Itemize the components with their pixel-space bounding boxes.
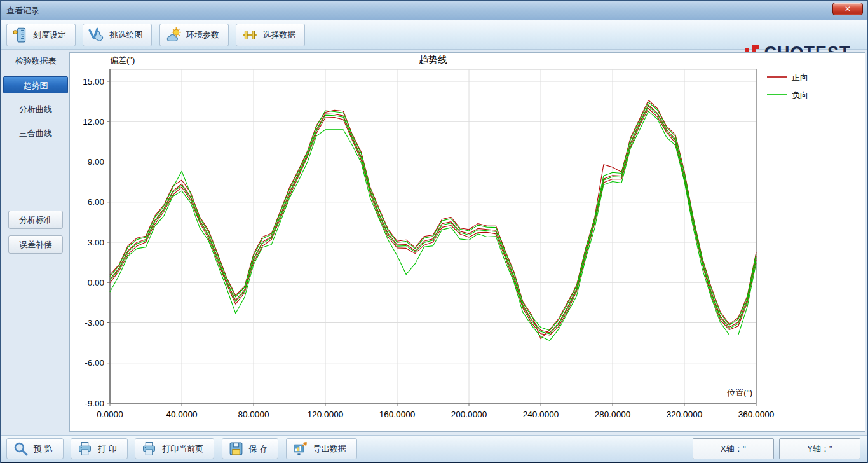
close-button[interactable]: ✕ [832, 3, 863, 15]
svg-text:-3.00: -3.00 [85, 318, 104, 328]
svg-text:负向: 负向 [792, 90, 808, 100]
select-data-button[interactable]: 选择数据 [236, 24, 305, 46]
sidebar-item-analysis-curve[interactable]: 分析曲线 [3, 100, 68, 118]
environment-icon [165, 27, 182, 43]
print-current-page-button[interactable]: 打印当前页 [135, 438, 214, 459]
save-icon [228, 441, 244, 457]
svg-text:360.0000: 360.0000 [738, 410, 774, 419]
svg-text:0.0000: 0.0000 [97, 410, 123, 419]
select-data-label: 选择数据 [262, 29, 295, 41]
export-data-label: 导出数据 [313, 443, 346, 455]
preview-icon [13, 441, 29, 457]
svg-text:-9.00: -9.00 [85, 399, 104, 408]
analysis-standard-button[interactable]: 分析标准 [8, 211, 63, 229]
svg-text:200.0000: 200.0000 [451, 410, 487, 419]
x-axis-unit-button[interactable]: X轴：° [693, 438, 774, 459]
scale-settings-label: 刻度设定 [33, 29, 66, 41]
svg-text:40.0000: 40.0000 [166, 410, 198, 419]
svg-text:9.00: 9.00 [88, 157, 104, 167]
scale-settings-button[interactable]: 刻度设定 [6, 24, 76, 46]
svg-text:160.0000: 160.0000 [379, 410, 415, 419]
export-data-button[interactable]: 导出数据 [286, 438, 357, 459]
sidebar: 检验数据表 趋势图 分析曲线 三合曲线 分析标准 误差补偿 [3, 52, 68, 432]
save-label: 保 存 [249, 443, 268, 455]
print-current-page-label: 打印当前页 [162, 443, 203, 455]
svg-text:15.00: 15.00 [83, 77, 104, 86]
print-page-icon [141, 441, 157, 457]
svg-text:-6.00: -6.00 [85, 358, 104, 368]
bottombar: 预 览 打 印 打印当前页 [1, 435, 867, 462]
print-icon [77, 441, 93, 457]
pick-plot-button[interactable]: 挑选绘图 [83, 24, 152, 46]
svg-text:正向: 正向 [792, 73, 808, 82]
preview-label: 预 览 [34, 443, 53, 455]
save-button[interactable]: 保 存 [222, 438, 279, 459]
toolbar: 刻度设定 挑选绘图 环境参数 [1, 20, 867, 50]
titlebar: 查看记录 ✕ [1, 1, 867, 20]
pick-plot-icon [88, 27, 105, 43]
sidebar-spacer [3, 149, 68, 211]
svg-text:12.00: 12.00 [83, 117, 104, 127]
svg-text:0.00: 0.00 [88, 278, 104, 287]
print-label: 打 印 [98, 443, 117, 455]
svg-text:240.0000: 240.0000 [523, 410, 559, 419]
y-axis-unit-button[interactable]: Y轴：" [779, 438, 860, 459]
sidebar-item-trend-chart[interactable]: 趋势图 [3, 76, 68, 93]
pick-plot-label: 挑选绘图 [109, 29, 142, 41]
svg-text:6.00: 6.00 [88, 197, 104, 207]
scale-settings-icon [12, 27, 29, 43]
svg-text:320.0000: 320.0000 [667, 410, 702, 419]
svg-text:位置(°): 位置(°) [727, 388, 752, 397]
export-icon [292, 441, 308, 457]
error-compensation-button[interactable]: 误差补偿 [8, 235, 63, 254]
print-button[interactable]: 打 印 [71, 438, 128, 459]
preview-button[interactable]: 预 览 [6, 438, 64, 459]
svg-text:120.0000: 120.0000 [308, 410, 343, 419]
app-window: 查看记录 ✕ 刻度设定 挑选绘图 [0, 0, 868, 463]
select-data-icon [241, 27, 258, 43]
svg-text:280.0000: 280.0000 [595, 410, 630, 419]
environment-label: 环境参数 [186, 29, 219, 41]
sidebar-item-data-table[interactable]: 检验数据表 [3, 52, 68, 69]
svg-text:偏差("): 偏差(") [109, 55, 135, 65]
svg-text:3.00: 3.00 [88, 238, 104, 247]
svg-text:80.0000: 80.0000 [238, 410, 269, 419]
trend-chart-svg: 15.0012.009.006.003.000.00-3.00-6.00-9.0… [70, 53, 865, 431]
environment-button[interactable]: 环境参数 [159, 24, 229, 46]
sidebar-item-triple-curve[interactable]: 三合曲线 [3, 125, 68, 142]
svg-text:趋势线: 趋势线 [419, 54, 447, 65]
window-title: 查看记录 [6, 1, 39, 20]
chart-panel: 15.0012.009.006.003.000.00-3.00-6.00-9.0… [69, 52, 865, 432]
